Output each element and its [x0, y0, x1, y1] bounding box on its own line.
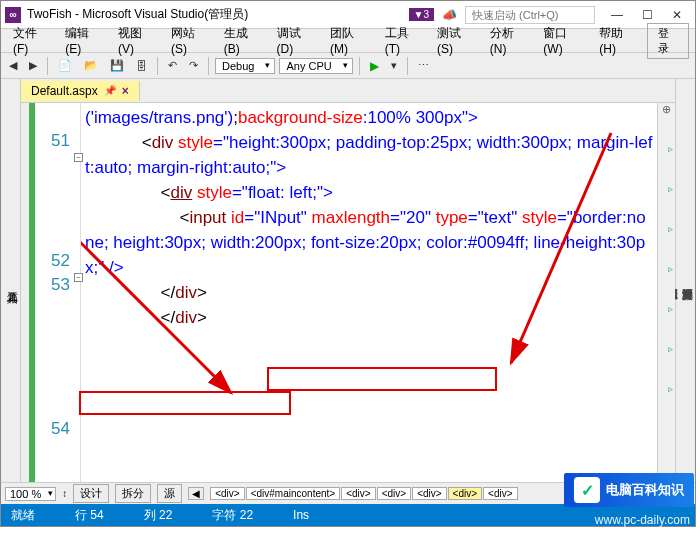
menu-view[interactable]: 视图(V) [112, 23, 161, 58]
crumb-prev-icon[interactable]: ◀ [188, 487, 204, 500]
split-view-button[interactable]: 拆分 [115, 484, 151, 503]
line-number [35, 201, 70, 225]
crumb-item[interactable]: <div> [412, 487, 446, 500]
crumb-item[interactable]: <div> [448, 487, 482, 500]
minimize-button[interactable]: — [603, 5, 631, 25]
crumb-item[interactable]: <div> [210, 487, 244, 500]
line-number [35, 225, 70, 249]
menu-website[interactable]: 网站(S) [165, 23, 214, 58]
toolbar: ◀ ▶ 📄 📂 💾 🗄 ↶ ↷ Debug Any CPU ▶ ▾ ⋯ [1, 53, 695, 79]
run-button[interactable]: ▶ [366, 57, 383, 75]
close-button[interactable]: ✕ [663, 5, 691, 25]
tab-close-icon[interactable]: × [122, 84, 129, 98]
open-icon[interactable]: 📂 [80, 57, 102, 74]
line-number [35, 105, 70, 129]
watermark-text: 电脑百科知识 [606, 481, 684, 499]
line-number: 54 [35, 417, 70, 441]
menu-team[interactable]: 团队(M) [324, 23, 375, 58]
status-char: 字符 22 [212, 507, 253, 524]
menu-build[interactable]: 生成(B) [218, 23, 267, 58]
maximize-button[interactable]: ☐ [633, 5, 661, 25]
menu-help[interactable]: 帮助(H) [593, 23, 642, 58]
design-view-button[interactable]: 设计 [73, 484, 109, 503]
new-project-icon[interactable]: 📄 [54, 57, 76, 74]
document-tab-bar: Default.aspx 📌 × [21, 79, 675, 103]
editor-gutter: 51 − 52 − 53 54 [21, 103, 81, 482]
line-number [35, 297, 70, 321]
status-ready: 就绪 [11, 507, 35, 524]
line-number [35, 153, 70, 177]
nav-fwd-icon[interactable]: ▶ [25, 57, 41, 74]
line-number [35, 441, 70, 465]
code-editor[interactable]: 51 − 52 − 53 54 [21, 103, 675, 482]
line-number [35, 321, 70, 345]
code-content[interactable]: ('images/trans.png');background-size:100… [81, 103, 657, 482]
crumb-item[interactable]: <div> [341, 487, 375, 500]
menu-analyze[interactable]: 分析(N) [484, 23, 533, 58]
line-number [35, 369, 70, 393]
pin-icon[interactable]: 📌 [104, 85, 116, 96]
platform-dropdown[interactable]: Any CPU [279, 58, 352, 74]
config-dropdown[interactable]: Debug [215, 58, 275, 74]
line-number [35, 177, 70, 201]
crumb-item[interactable]: <div> [483, 487, 517, 500]
status-line: 行 54 [75, 507, 104, 524]
status-ins: Ins [293, 508, 309, 522]
crumb-item[interactable]: <div#maincontent> [246, 487, 341, 500]
menu-debug[interactable]: 调试(D) [271, 23, 320, 58]
window-title: TwoFish - Microsoft Visual Studio(管理员) [27, 6, 409, 23]
menu-bar: 文件(F) 编辑(E) 视图(V) 网站(S) 生成(B) 调试(D) 团队(M… [1, 29, 695, 53]
highlight-annotation [79, 391, 291, 415]
nav-back-icon[interactable]: ◀ [5, 57, 21, 74]
line-number [35, 393, 70, 417]
line-number: 51 [35, 129, 70, 153]
line-number: 52 [35, 249, 70, 273]
vs-logo-icon: ∞ [5, 7, 21, 23]
extra-icon[interactable]: ⋯ [414, 57, 433, 74]
watermark-url: www.pc-daily.com [595, 513, 690, 527]
right-panel-tabs[interactable]: 解决方案资源管理器 团队资源管理器 属性 [675, 79, 695, 482]
login-button[interactable]: 登录 [647, 23, 689, 59]
highlight-annotation [267, 367, 497, 391]
line-number [35, 345, 70, 369]
document-tab[interactable]: Default.aspx 📌 × [21, 81, 140, 101]
crumb-item[interactable]: <div> [377, 487, 411, 500]
browser-dropdown-icon[interactable]: ▾ [387, 57, 401, 74]
quick-launch-input[interactable] [465, 6, 595, 24]
menu-test[interactable]: 测试(S) [431, 23, 480, 58]
watermark-icon: ✓ [574, 477, 600, 503]
menu-tools[interactable]: 工具(T) [379, 23, 427, 58]
menu-edit[interactable]: 编辑(E) [59, 23, 108, 58]
toolbox-panel-tab[interactable]: 工具箱 [1, 79, 21, 482]
feedback-icon[interactable]: 📣 [442, 8, 457, 22]
zoom-arrows-icon[interactable]: ↕ [62, 488, 67, 499]
status-bar: 就绪 行 54 列 22 字符 22 Ins [1, 504, 695, 526]
notification-badge[interactable]: ▼3 [409, 8, 434, 21]
tab-filename: Default.aspx [31, 84, 98, 98]
vertical-scrollbar[interactable]: ⊕ ▹ ▹ ▹ ▹ ▹ ▹ ▹ [657, 103, 675, 482]
menu-file[interactable]: 文件(F) [7, 23, 55, 58]
menu-window[interactable]: 窗口(W) [537, 23, 589, 58]
source-view-button[interactable]: 源 [157, 484, 182, 503]
line-number: 53 [35, 273, 70, 297]
redo-icon[interactable]: ↷ [185, 57, 202, 74]
watermark-badge: ✓ 电脑百科知识 [564, 473, 694, 507]
undo-icon[interactable]: ↶ [164, 57, 181, 74]
status-col: 列 22 [144, 507, 173, 524]
save-all-icon[interactable]: 🗄 [132, 58, 151, 74]
save-icon[interactable]: 💾 [106, 57, 128, 74]
zoom-dropdown[interactable]: 100 % [5, 487, 56, 501]
